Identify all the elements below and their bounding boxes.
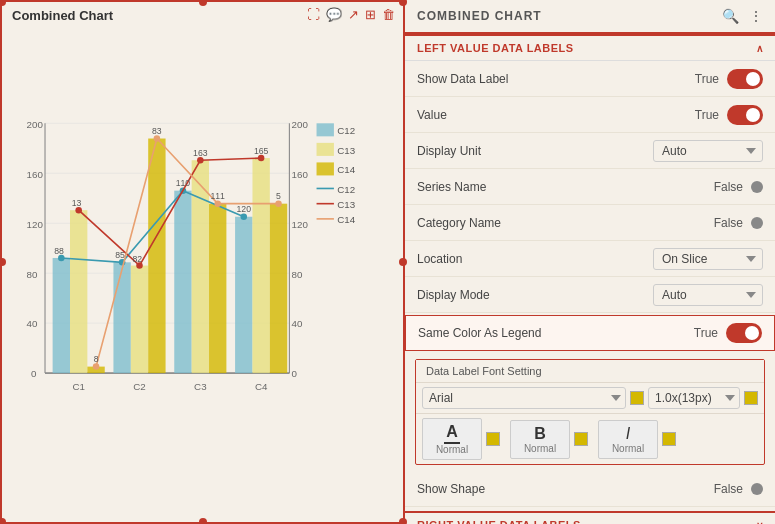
svg-text:C4: C4	[255, 381, 268, 392]
svg-point-37	[75, 207, 82, 214]
chart-area: 200 160 120 80 40 0 200 160 120 80 40 0	[7, 27, 398, 502]
resize-handle-bottom-right[interactable]	[399, 518, 407, 524]
resize-handle-bottom-left[interactable]	[0, 518, 6, 524]
font-style-a-button[interactable]: A Normal	[422, 418, 482, 460]
svg-point-44	[275, 200, 282, 207]
panel-header-icons: 🔍 ⋮	[722, 8, 763, 24]
right-value-section-title: RIGHT VALUE DATA LABELS	[417, 519, 581, 524]
category-name-value: False	[714, 216, 743, 230]
svg-text:111: 111	[210, 191, 225, 201]
right-value-chevron: ∨	[756, 520, 764, 525]
series-name-row: Series Name False	[405, 169, 775, 205]
left-value-section-header[interactable]: LEFT VALUE DATA LABELS ∧	[405, 34, 775, 61]
svg-rect-61	[317, 123, 334, 136]
font-style-a-label: Normal	[436, 444, 468, 455]
svg-text:C12: C12	[337, 184, 355, 195]
value-toggle[interactable]	[727, 105, 763, 125]
svg-text:C1: C1	[72, 381, 84, 392]
font-color-picker[interactable]	[630, 391, 644, 405]
font-size-color-picker[interactable]	[744, 391, 758, 405]
font-a-color[interactable]	[486, 432, 500, 446]
font-style-b-letter: B	[534, 425, 546, 443]
svg-text:C14: C14	[337, 164, 355, 175]
svg-rect-30	[235, 217, 252, 373]
svg-text:80: 80	[27, 269, 38, 280]
svg-text:160: 160	[27, 169, 44, 180]
location-select[interactable]: On Slice Center Inner Outer Best Fit	[653, 248, 763, 270]
left-value-section-title: LEFT VALUE DATA LABELS	[417, 42, 574, 54]
display-unit-row: Display Unit Auto None Thousands Million…	[405, 133, 775, 169]
font-size-select[interactable]: 0.75x(10px) 1.0x(13px) 1.25x(16px) 1.5x(…	[648, 387, 740, 409]
resize-handle-right[interactable]	[399, 258, 407, 266]
right-value-section-header[interactable]: RIGHT VALUE DATA LABELS ∨	[405, 511, 775, 524]
resize-handle-bottom[interactable]	[199, 518, 207, 524]
svg-point-39	[197, 157, 204, 164]
svg-point-43	[214, 200, 221, 207]
svg-rect-31	[252, 158, 269, 373]
svg-point-36	[241, 213, 248, 220]
panel-title: COMBINED CHART	[417, 9, 542, 23]
svg-rect-27	[174, 191, 191, 373]
same-color-toggle[interactable]	[726, 323, 762, 343]
svg-rect-22	[70, 210, 87, 373]
show-data-label-toggle[interactable]	[727, 69, 763, 89]
export-icon[interactable]: ↗	[348, 7, 359, 22]
svg-text:120: 120	[27, 219, 44, 230]
category-name-row: Category Name False	[405, 205, 775, 241]
svg-text:C14: C14	[337, 214, 355, 225]
same-color-row: Same Color As Legend True	[405, 315, 775, 351]
display-mode-row: Display Mode Auto Slide Overlap	[405, 277, 775, 313]
left-value-chevron: ∧	[756, 43, 764, 54]
category-name-dot[interactable]	[751, 217, 763, 229]
svg-rect-32	[270, 204, 287, 373]
font-setting-section: Data Label Font Setting Arial Calibri Ti…	[415, 359, 765, 465]
font-style-row: A Normal B Normal I Normal	[416, 413, 764, 464]
copy-icon[interactable]: ⊞	[365, 7, 376, 22]
font-style-b-button[interactable]: B Normal	[510, 420, 570, 459]
font-b-color[interactable]	[574, 432, 588, 446]
location-row: Location On Slice Center Inner Outer Bes…	[405, 241, 775, 277]
expand-icon[interactable]: ⛶	[307, 7, 320, 22]
delete-icon[interactable]: 🗑	[382, 7, 395, 22]
series-name-dot[interactable]	[751, 181, 763, 193]
svg-point-41	[93, 363, 100, 370]
display-mode-select[interactable]: Auto Slide Overlap	[653, 284, 763, 306]
show-shape-row: Show Shape False	[405, 471, 775, 507]
font-name-select[interactable]: Arial Calibri Times New Roman Verdana	[422, 387, 626, 409]
svg-rect-24	[113, 262, 130, 373]
series-name-label: Series Name	[417, 180, 486, 194]
svg-text:120: 120	[237, 204, 252, 214]
show-data-label-value: True	[695, 72, 719, 86]
display-unit-label: Display Unit	[417, 144, 481, 158]
resize-handle-left[interactable]	[0, 258, 6, 266]
display-mode-label: Display Mode	[417, 288, 490, 302]
svg-text:165: 165	[254, 146, 269, 156]
svg-rect-21	[53, 258, 70, 373]
svg-text:120: 120	[292, 219, 309, 230]
svg-text:5: 5	[276, 191, 281, 201]
more-menu-icon[interactable]: ⋮	[749, 8, 763, 24]
comment-icon[interactable]: 💬	[326, 7, 342, 22]
svg-text:C3: C3	[194, 381, 206, 392]
svg-text:0: 0	[31, 368, 37, 379]
value-value: True	[695, 108, 719, 122]
show-shape-dot[interactable]	[751, 483, 763, 495]
display-unit-select[interactable]: Auto None Thousands Millions Billions	[653, 140, 763, 162]
font-style-i-button[interactable]: I Normal	[598, 420, 658, 459]
svg-text:80: 80	[292, 269, 303, 280]
svg-text:C13: C13	[337, 145, 355, 156]
svg-text:0: 0	[292, 368, 298, 379]
font-i-color[interactable]	[662, 432, 676, 446]
svg-rect-29	[209, 204, 226, 373]
font-style-i-label: Normal	[612, 443, 644, 454]
svg-point-42	[154, 135, 161, 142]
show-data-label-row: Show Data Label True	[405, 61, 775, 97]
font-style-a-letter: A	[446, 423, 458, 441]
search-icon[interactable]: 🔍	[722, 8, 739, 24]
value-label: Value	[417, 108, 447, 122]
svg-text:160: 160	[292, 169, 309, 180]
svg-point-40	[258, 155, 265, 162]
show-shape-label: Show Shape	[417, 482, 485, 496]
font-style-i-letter: I	[626, 425, 630, 443]
font-style-b-label: Normal	[524, 443, 556, 454]
